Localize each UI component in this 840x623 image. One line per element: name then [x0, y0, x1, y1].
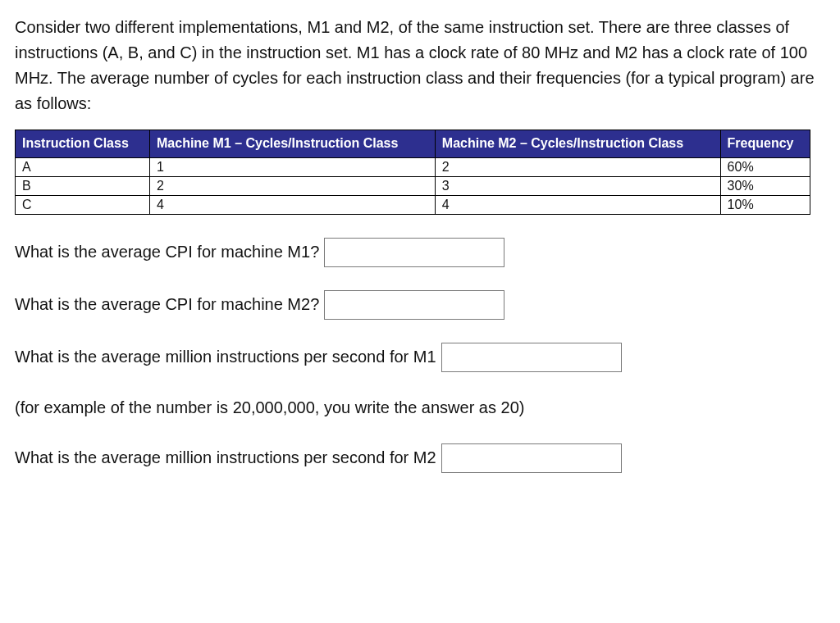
- cell-m2: 4: [435, 195, 720, 214]
- cell-frequency: 60%: [720, 157, 810, 176]
- cell-frequency: 10%: [720, 195, 810, 214]
- question-2: What is the average CPI for machine M2?: [15, 290, 825, 320]
- intro-text: Consider two different implementations, …: [15, 15, 825, 116]
- table-header-instruction-class: Instruction Class: [16, 130, 150, 158]
- answer-input-q1[interactable]: [324, 238, 504, 267]
- question-3: What is the average million instructions…: [15, 343, 825, 372]
- cell-frequency: 30%: [720, 176, 810, 195]
- table-header-frequency: Frequency: [720, 130, 810, 158]
- cell-m1: 1: [150, 157, 436, 176]
- question-4-text: What is the average million instructions…: [15, 445, 436, 471]
- table-row: A 1 2 60%: [16, 157, 810, 176]
- table-row: B 2 3 30%: [16, 176, 810, 195]
- question-1-text: What is the average CPI for machine M1?: [15, 239, 319, 265]
- question-3-text: What is the average million instructions…: [15, 344, 436, 370]
- table-row: C 4 4 10%: [16, 195, 810, 214]
- answer-input-q4[interactable]: [441, 443, 622, 473]
- cell-instruction-class: A: [16, 157, 150, 176]
- question-2-text: What is the average CPI for machine M2?: [15, 292, 319, 317]
- cell-m2: 3: [435, 176, 720, 195]
- table-header-m2: Machine M2 – Cycles/Instruction Class: [435, 130, 720, 158]
- table-header-m1: Machine M1 – Cycles/Instruction Class: [150, 130, 436, 158]
- example-note: (for example of the number is 20,000,000…: [15, 395, 825, 421]
- cell-m2: 2: [435, 157, 720, 176]
- question-4: What is the average million instructions…: [15, 443, 825, 473]
- answer-input-q3[interactable]: [441, 343, 622, 372]
- cell-m1: 2: [150, 176, 436, 195]
- cell-instruction-class: C: [16, 195, 150, 214]
- cpi-table: Instruction Class Machine M1 – Cycles/In…: [15, 130, 810, 215]
- cell-m1: 4: [150, 195, 436, 214]
- cell-instruction-class: B: [16, 176, 150, 195]
- answer-input-q2[interactable]: [324, 290, 504, 320]
- question-1: What is the average CPI for machine M1?: [15, 238, 825, 267]
